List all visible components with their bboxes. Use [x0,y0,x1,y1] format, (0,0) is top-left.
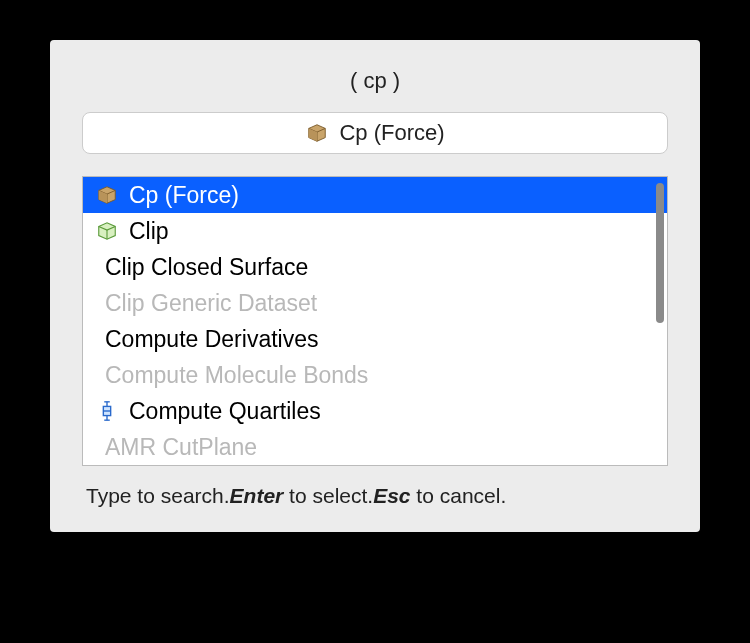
quartile-icon [95,399,119,423]
list-item[interactable]: Clip [83,213,667,249]
list-item[interactable]: Clip Closed Surface [83,249,667,285]
list-item-label: Cp (Force) [129,180,239,210]
list-item: Compute Molecule Bonds [83,357,667,393]
list-item: AMR CutPlane [83,429,667,465]
list-item[interactable]: Compute Quartiles [83,393,667,429]
list-item-label: Compute Derivatives [105,324,318,354]
greenbox-icon [95,219,119,243]
hint-text: Type to search.Enter to select.Esc to ca… [82,484,668,508]
list-item-label: Clip [129,216,169,246]
results-list-container: Cp (Force) ClipClip Closed SurfaceClip G… [82,176,668,466]
results-list[interactable]: Cp (Force) ClipClip Closed SurfaceClip G… [83,177,667,465]
search-input[interactable]: Cp (Force) [82,112,668,154]
filter-picker-dialog: ( cp ) Cp (Force) Cp (Force) ClipClip Cl… [50,40,700,532]
box-icon [95,183,119,207]
search-query-display: ( cp ) [82,68,668,94]
search-input-value: Cp (Force) [339,120,444,146]
list-item[interactable]: Compute Derivatives [83,321,667,357]
list-item: Clip Generic Dataset [83,285,667,321]
list-item[interactable]: Cp (Force) [83,177,667,213]
box-icon [305,121,329,145]
list-item-label: Clip Closed Surface [105,252,308,282]
list-item-label: AMR CutPlane [105,432,257,462]
list-item-label: Compute Molecule Bonds [105,360,368,390]
scrollbar-thumb[interactable] [656,183,664,323]
list-item-label: Compute Quartiles [129,396,321,426]
list-item-label: Clip Generic Dataset [105,288,317,318]
